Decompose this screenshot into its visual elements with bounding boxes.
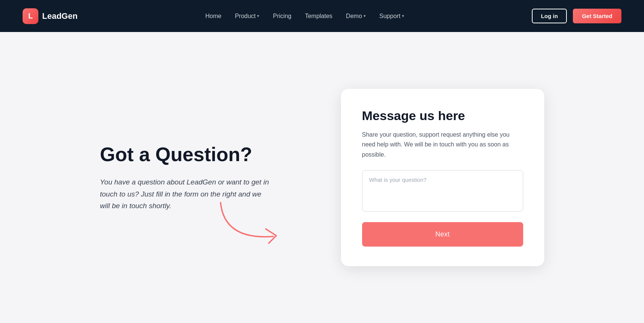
- card-title: Message us here: [362, 108, 523, 123]
- support-chevron-icon: ▾: [402, 14, 404, 18]
- next-button[interactable]: Next: [362, 222, 523, 247]
- demo-chevron-icon: ▾: [364, 14, 366, 18]
- nav-demo[interactable]: Demo ▾: [346, 13, 366, 20]
- logo-letter: L: [28, 12, 33, 20]
- left-section: Got a Question? You have a question abou…: [100, 143, 311, 212]
- product-chevron-icon: ▾: [257, 14, 259, 18]
- login-button[interactable]: Log in: [532, 9, 567, 23]
- main-content: Got a Question? You have a question abou…: [0, 32, 644, 323]
- logo-name: LeadGen: [42, 11, 78, 21]
- main-heading: Got a Question?: [100, 143, 311, 166]
- nav-pricing[interactable]: Pricing: [273, 13, 291, 20]
- right-section: Message us here Share your question, sup…: [341, 89, 544, 266]
- card-description: Share your question, support request any…: [362, 130, 523, 160]
- nav-links: Home Product ▾ Pricing Templates Demo ▾ …: [205, 13, 404, 20]
- curved-arrow-icon: [213, 195, 288, 248]
- contact-card: Message us here Share your question, sup…: [341, 89, 544, 266]
- logo-icon: L: [23, 8, 38, 24]
- nav-actions: Log in Get Started: [532, 9, 621, 23]
- navbar: L LeadGen Home Product ▾ Pricing Templat…: [0, 0, 644, 32]
- nav-home[interactable]: Home: [205, 13, 221, 20]
- nav-support[interactable]: Support ▾: [379, 13, 404, 20]
- logo-link[interactable]: L LeadGen: [23, 8, 78, 24]
- nav-product[interactable]: Product ▾: [235, 13, 259, 20]
- get-started-button[interactable]: Get Started: [573, 9, 621, 23]
- nav-templates[interactable]: Templates: [305, 13, 332, 20]
- question-input[interactable]: [362, 170, 523, 212]
- arrow-container: [213, 195, 288, 249]
